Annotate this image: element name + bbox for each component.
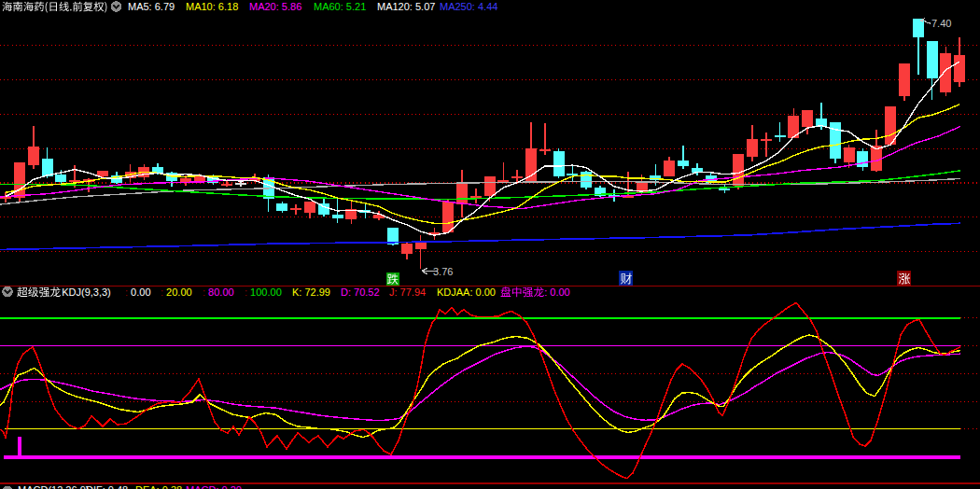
svg-text:KDJAA: 0.00: KDJAA: 0.00 <box>437 286 496 298</box>
svg-text:MA250: 4.44: MA250: 4.44 <box>440 1 497 12</box>
svg-text:MA60: 5.21: MA60: 5.21 <box>314 1 366 12</box>
svg-text:3.76: 3.76 <box>433 266 453 277</box>
svg-text:MA5: 6.79: MA5: 6.79 <box>128 1 175 12</box>
svg-text:: 20.00: : 20.00 <box>161 286 192 298</box>
svg-text:DEA: 0.38: DEA: 0.38 <box>135 484 182 489</box>
svg-text:: 0.00: : 0.00 <box>544 286 570 298</box>
svg-text:MA10: 6.18: MA10: 6.18 <box>186 1 238 12</box>
svg-text:MA20: 5.86: MA20: 5.86 <box>249 1 301 12</box>
svg-text:MACD: 0.20: MACD: 0.20 <box>186 484 242 489</box>
svg-text:: 80.00: : 80.00 <box>203 286 234 298</box>
svg-text:MA120: 5.07: MA120: 5.07 <box>377 1 435 12</box>
svg-text:MACD(12,26,9): MACD(12,26,9) <box>18 484 89 489</box>
svg-text:D: 70.52: D: 70.52 <box>341 286 380 298</box>
svg-text:: 100.00: : 100.00 <box>245 286 282 298</box>
svg-text:J: 77.94: J: 77.94 <box>389 286 426 298</box>
svg-text:DIF: 0.48: DIF: 0.48 <box>86 484 128 489</box>
svg-text:: 0.00: : 0.00 <box>125 286 151 298</box>
svg-text:K: 72.99: K: 72.99 <box>292 286 330 298</box>
svg-text:7.40: 7.40 <box>931 18 951 29</box>
svg-text:KDJ(9,3,3): KDJ(9,3,3) <box>62 286 111 298</box>
